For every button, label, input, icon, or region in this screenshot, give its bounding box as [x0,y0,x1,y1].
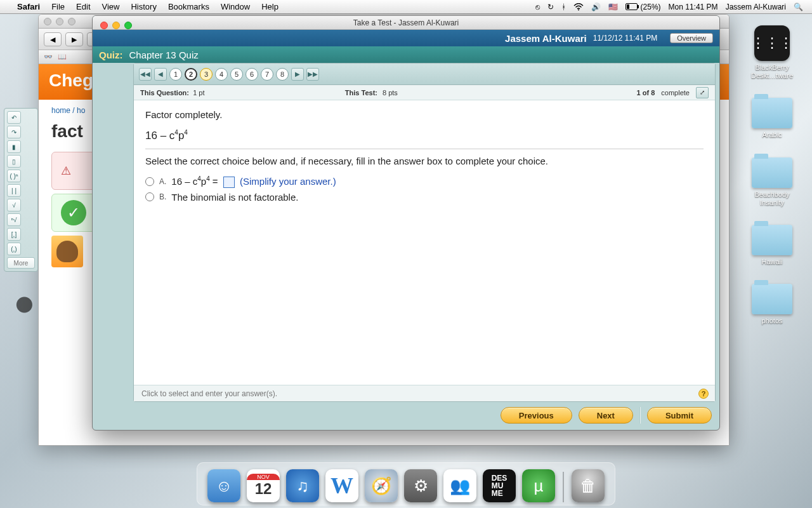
overview-button[interactable]: Overview [670,33,713,43]
previous-button[interactable]: Previous [501,407,572,424]
this-question-label: This Question: [140,89,189,97]
radio-a[interactable] [145,177,154,186]
dock-desmume[interactable]: DESMUME [483,469,516,502]
dock-trash[interactable]: 🗑 [572,469,605,502]
palette-more-button[interactable]: More [7,257,35,269]
icon-label: Beachbody Insanity [743,190,801,207]
dock-sysprefs[interactable]: ⚙ [404,469,437,502]
desktop-folder-photos[interactable]: photos [743,284,801,325]
exponent-button[interactable]: ( )ⁿ [7,170,21,182]
abs-button[interactable]: | | [7,184,21,197]
this-question-value: 1 pt [193,89,204,97]
pager-q8[interactable]: 8 [276,68,289,81]
pager-q1[interactable]: 1 [169,68,182,81]
desktop-folder-hawaii[interactable]: Hawaii [743,225,801,266]
bookmark-icon[interactable]: 📖 [58,53,67,61]
redo-button[interactable]: ↷ [7,126,21,138]
menu-window[interactable]: Window [215,2,256,11]
icon-label: BlackBerry Deskt…tware [743,64,801,80]
dock-word[interactable]: W [325,469,358,502]
quiz-traffic-lights[interactable] [95,18,137,33]
pager-next[interactable]: ▶ [291,68,304,81]
quiz-header: Jassem Al-Kuwari 11/12/12 11:41 PM Overv… [93,30,719,46]
dock-calendar[interactable]: NOV 12 [247,469,280,502]
desktop-folder-arabic[interactable]: Arabic [743,98,801,139]
fraction-button[interactable]: ▮ [7,140,21,153]
desktop-folder-beachbody[interactable]: Beachbody Insanity [743,157,801,207]
reader-icon[interactable]: 👓 [44,53,53,61]
quiz-footer: Previous Next Submit [133,404,716,426]
app-menu[interactable]: Safari [11,2,46,11]
undo-button[interactable]: ↶ [7,111,21,124]
wifi-icon[interactable] [570,3,587,11]
pager-q6[interactable]: 6 [246,68,258,81]
pager-last[interactable]: ▶▶ [306,68,319,81]
mixed-button[interactable]: ▯ [7,155,21,168]
zoom-button[interactable] [124,22,132,29]
timemachine-icon[interactable]: ↻ [544,3,558,11]
next-button[interactable]: Next [579,407,633,424]
desktop-app-blackberry[interactable]: ⋮⋮⋮ BlackBerry Deskt…tware [743,25,801,80]
dock-itunes[interactable]: ♫ [286,469,319,502]
menu-view[interactable]: View [96,2,126,11]
pager-first[interactable]: ◀◀ [139,68,152,81]
menubar: Safari File Edit View History Bookmarks … [0,0,812,14]
question-pager: ◀◀ ◀ 1 2 3 4 5 6 7 8 ▶ ▶▶ [134,64,715,85]
status-text: complete [661,89,690,97]
icon-label: photos [761,317,782,325]
avatar-box[interactable] [51,236,83,267]
expand-icon[interactable]: ⤢ [696,87,709,98]
minimize-button[interactable] [112,22,120,29]
quiz-datetime: 11/12/12 11:41 PM [593,34,657,43]
submit-button[interactable]: Submit [647,407,712,424]
pager-q5[interactable]: 5 [230,68,243,81]
sqrt-button[interactable]: √ [7,199,21,211]
folder-icon [752,98,792,128]
pager-q7[interactable]: 7 [261,68,273,81]
forward-button[interactable]: ▶ [65,32,83,46]
answer-choices: A. 16 – c4p4 = (Simplify your answer.) B… [145,175,704,203]
close-button[interactable] [100,22,108,29]
dock-utorrent[interactable]: µ [522,469,555,502]
svg-point-0 [578,9,579,10]
clock[interactable]: Mon 11:41 PM [665,3,722,11]
answer-input-box[interactable] [223,177,235,188]
pager-q4[interactable]: 4 [215,68,228,81]
menulet-icon[interactable]: ⎋ [532,3,544,11]
interval-button[interactable]: [,] [7,228,21,241]
user-menu[interactable]: Jassem Al-Kuwari [722,3,790,11]
quiz-titlebar[interactable]: Take a Test - Jassem Al-Kuwari [93,16,719,30]
quiz-label: Quiz: [99,50,123,60]
instruction-text: Factor completely. [145,109,704,120]
cal-month: NOV [247,474,280,480]
dock: ☺ NOV 12 ♫ W 🧭 ⚙ 👥 DESMUME µ 🗑 [197,462,615,505]
radio-b[interactable] [145,192,154,201]
back-button[interactable]: ◀ [44,32,62,46]
choice-b[interactable]: B. The binomial is not factorable. [145,192,704,203]
nroot-button[interactable]: ⁿ√ [7,213,21,226]
menu-history[interactable]: History [125,2,162,11]
safari-traffic-lights[interactable] [39,14,81,29]
pager-q3[interactable]: 3 [200,68,213,81]
pager-q2[interactable]: 2 [185,68,197,81]
battery-icon[interactable]: (25%) [622,3,665,11]
this-test-value: 8 pts [383,89,398,97]
menu-edit[interactable]: Edit [70,2,96,11]
pager-prev[interactable]: ◀ [154,68,167,81]
choice-a[interactable]: A. 16 – c4p4 = (Simplify your answer.) [145,175,704,188]
help-icon[interactable]: ? [698,389,709,399]
menu-help[interactable]: Help [256,2,284,11]
divider [145,149,704,149]
spotlight-icon[interactable]: 🔍 [790,3,807,11]
dock-finder[interactable]: ☺ [207,469,240,502]
coord-button[interactable]: (,) [7,243,21,255]
bluetooth-icon[interactable]: ᚼ [558,3,570,11]
menu-file[interactable]: File [46,2,70,11]
student-name: Jassem Al-Kuwari [505,33,587,44]
flag-icon[interactable]: 🇺🇸 [605,3,622,11]
dock-safari[interactable]: 🧭 [365,469,398,502]
dock-messenger[interactable]: 👥 [443,469,476,502]
volume-icon[interactable]: 🔊 [587,3,605,11]
divider [639,407,641,424]
menu-bookmarks[interactable]: Bookmarks [162,2,215,11]
